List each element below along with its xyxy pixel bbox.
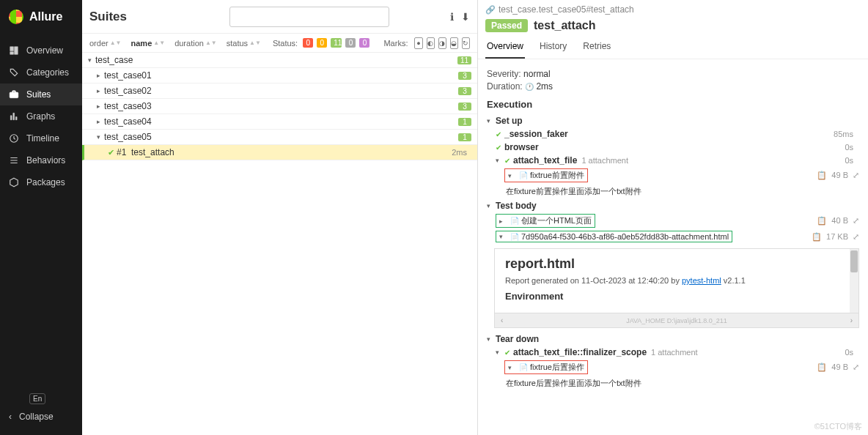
scroll-thumb[interactable] xyxy=(850,250,858,272)
tab-retries[interactable]: Retries xyxy=(581,37,612,59)
teardown-section[interactable]: ▾Tear down xyxy=(487,332,859,346)
expand-icon[interactable]: ⤢ xyxy=(853,232,859,242)
scroll-left-icon[interactable]: ‹ xyxy=(501,316,503,324)
detail-tabs: Overview History Retries xyxy=(485,37,861,59)
execution-heading: Execution xyxy=(487,99,859,110)
caret-right-icon: ▸ xyxy=(97,118,104,125)
copy-icon[interactable]: 📋 xyxy=(817,171,827,180)
teardown-attach[interactable]: ▾✔attach_text_file::finalizer_scope1 att… xyxy=(487,346,859,359)
setup-item-1[interactable]: ✔browser0s xyxy=(487,141,859,154)
filter-skipped[interactable]: 0 xyxy=(345,38,356,48)
tree-node-0[interactable]: ▸test_case013 xyxy=(82,68,477,83)
breadcrumb: 🔗 test_case.test_case05#test_attach xyxy=(485,4,861,15)
nav-graphs[interactable]: Graphs xyxy=(0,105,82,127)
copy-icon[interactable]: 📋 xyxy=(817,216,827,226)
search-input[interactable] xyxy=(229,7,389,27)
nav-timeline[interactable]: Timeline xyxy=(0,127,82,149)
setup-section[interactable]: ▾Set up xyxy=(487,114,859,127)
caret-down-icon: ▾ xyxy=(487,335,496,343)
nav-graphs-label: Graphs xyxy=(26,111,55,122)
file-icon: 📄 xyxy=(519,363,528,371)
duration-value: 2ms xyxy=(536,81,553,92)
body-step-2[interactable]: ▾📄7d950a64-f530-46b3-af86-a0eb52fdd83b-a… xyxy=(487,229,859,244)
logo[interactable]: Allure xyxy=(0,0,82,34)
body-step-1[interactable]: ▸📄创建一个HTML页面 📋40 B⤢ xyxy=(487,212,859,229)
expand-icon[interactable]: ⤢ xyxy=(853,362,859,372)
tree-root[interactable]: ▾test_case11 xyxy=(82,53,477,68)
nav-categories-label: Categories xyxy=(26,67,69,78)
tree-node-3[interactable]: ▸test_case041 xyxy=(82,114,477,130)
expand-icon[interactable]: ⤢ xyxy=(853,171,859,180)
copy-icon[interactable]: 📋 xyxy=(817,362,827,372)
mark-new-passed[interactable]: ◑ xyxy=(438,37,446,49)
passed-icon: ✔ xyxy=(504,349,510,357)
language-selector[interactable]: En xyxy=(29,393,45,404)
download-icon[interactable]: ⬇ xyxy=(461,11,470,23)
tree-node-1[interactable]: ▸test_case023 xyxy=(82,83,477,99)
preview-scrollbar-horizontal[interactable]: ‹JAVA_HOME D:\java\jdk1.8.0_211› xyxy=(495,313,858,327)
test-title: test_attach xyxy=(534,19,595,32)
watermark: ©51CTO博客 xyxy=(814,421,862,432)
mark-new-broken[interactable]: ◒ xyxy=(450,37,458,49)
mark-new-failed[interactable]: ◐ xyxy=(427,37,435,49)
tab-overview[interactable]: Overview xyxy=(485,37,525,59)
tree-leaf-selected[interactable]: ✔ #1 test_attach 2ms xyxy=(82,145,477,160)
nav-list: Overview Categories Suites Graphs Timeli… xyxy=(0,34,82,385)
html-preview: report.html Report generated on 11-Oct-2… xyxy=(494,248,859,328)
test-tree: ▾test_case11 ▸test_case013 ▸test_case023… xyxy=(82,53,477,435)
setup-item-0[interactable]: ✔_session_faker85ms xyxy=(487,127,859,141)
nav-suites[interactable]: Suites xyxy=(0,83,82,105)
info-icon[interactable]: ℹ xyxy=(450,11,454,23)
passed-icon: ✔ xyxy=(108,148,114,157)
count-badge: 1 xyxy=(458,118,471,126)
filter-unknown[interactable]: 0 xyxy=(359,38,369,48)
passed-icon: ✔ xyxy=(496,130,501,138)
tree-node-4[interactable]: ▾test_case051 xyxy=(82,130,477,145)
sort-duration[interactable]: duration▲▼ xyxy=(174,39,217,48)
pytest-html-link[interactable]: pytest-html xyxy=(682,276,721,285)
caret-down-icon: ▾ xyxy=(88,56,95,64)
tab-history[interactable]: History xyxy=(538,37,568,59)
setup-attach-file[interactable]: ▾📄fixtrue前置附件 📋49 B⤢ xyxy=(487,167,859,184)
sort-status[interactable]: status▲▼ xyxy=(227,39,261,48)
passed-icon: ✔ xyxy=(496,144,501,152)
mark-retry[interactable]: ↻ xyxy=(462,37,470,49)
copy-icon[interactable]: 📋 xyxy=(812,232,822,242)
sort-name[interactable]: name▲▼ xyxy=(131,39,166,48)
caret-right-icon: ▸ xyxy=(97,103,104,110)
brand-name: Allure xyxy=(29,10,62,23)
expand-icon[interactable]: ⤢ xyxy=(853,216,859,226)
link-icon[interactable]: 🔗 xyxy=(485,5,496,15)
preview-scrollbar-vertical[interactable] xyxy=(850,249,858,313)
file-icon: 📄 xyxy=(519,171,528,179)
count-badge: 1 xyxy=(458,133,471,141)
search-box xyxy=(229,7,443,27)
nav-categories[interactable]: Categories xyxy=(0,62,82,83)
teardown-attach-file[interactable]: ▾📄fixtrue后置操作 📋49 B⤢ xyxy=(487,359,859,376)
setup-attach[interactable]: ▾✔attach_text_file1 attachment0s xyxy=(487,154,859,167)
allure-logo-icon xyxy=(9,10,23,24)
chevron-left-icon: ‹ xyxy=(9,412,12,422)
nav-overview[interactable]: Overview xyxy=(0,40,82,62)
filter-broken[interactable]: 0 xyxy=(317,38,327,48)
detail-body[interactable]: Severity: normal Duration: 🕐 2ms Executi… xyxy=(478,59,868,435)
leaf-duration: 2ms xyxy=(452,148,467,157)
filter-passed[interactable]: 11 xyxy=(331,38,342,48)
attach-size: 40 B xyxy=(831,216,848,226)
nav-behaviors-label: Behaviors xyxy=(26,155,65,166)
tree-node-2[interactable]: ▸test_case033 xyxy=(82,99,477,114)
count-badge: 3 xyxy=(458,87,471,95)
nav-packages-label: Packages xyxy=(26,177,65,187)
nav-packages[interactable]: Packages xyxy=(0,171,82,193)
nav-behaviors[interactable]: Behaviors xyxy=(0,149,82,171)
filter-failed[interactable]: 0 xyxy=(303,38,313,48)
sort-order[interactable]: order▲▼ xyxy=(89,39,122,48)
count-badge: 11 xyxy=(457,56,471,64)
scroll-right-icon[interactable]: › xyxy=(850,316,853,324)
leaf-number: #1 xyxy=(117,147,126,157)
mark-flaky[interactable]: ● xyxy=(414,37,422,49)
collapse-button[interactable]: ‹ Collapse xyxy=(9,412,73,422)
breadcrumb-text[interactable]: test_case.test_case05#test_attach xyxy=(499,4,634,15)
caret-down-icon: ▾ xyxy=(508,364,517,371)
body-section[interactable]: ▾Test body xyxy=(487,199,859,212)
